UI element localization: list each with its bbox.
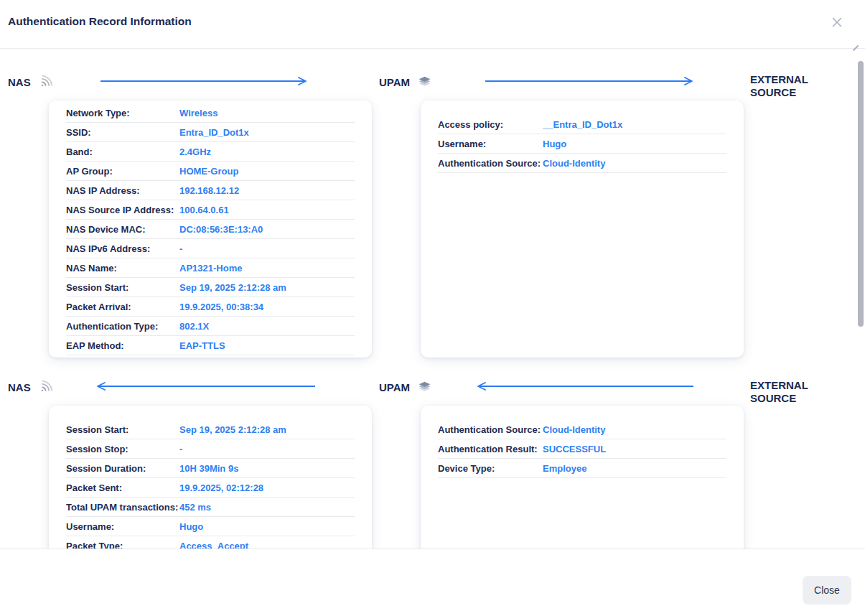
upam-label: UPAM xyxy=(379,76,410,88)
record-value: 802.1X xyxy=(179,321,209,332)
record-row: Authentication Source: Cloud-Identity xyxy=(438,154,726,173)
record-value: Cloud-Identity xyxy=(543,158,605,169)
record-label: Session Start: xyxy=(66,424,179,435)
record-label: Device Type: xyxy=(438,463,543,474)
record-value: Sep 19, 2025 2:12:28 am xyxy=(179,424,286,435)
record-label: NAS Device MAC: xyxy=(66,224,179,235)
upam-response-rows: Authentication Source: Cloud-Identity Au… xyxy=(438,420,726,478)
flow2-external-node: EXTERNAL SOURCE xyxy=(750,379,818,405)
record-label: SSID: xyxy=(66,127,179,138)
record-label: NAS IP Address: xyxy=(66,185,179,196)
record-row: Session Stop: - xyxy=(66,439,355,459)
record-label: EAP Method: xyxy=(66,340,179,351)
record-value: Entra_ID_Dot1x xyxy=(179,127,249,138)
record-label: Packet Arrival: xyxy=(66,302,179,312)
record-value: Access_Accept xyxy=(179,541,248,550)
layers-icon xyxy=(417,380,432,395)
vertical-scrollbar[interactable] xyxy=(858,61,864,327)
flow2-arrow-upam-to-nas xyxy=(96,382,315,391)
record-row: Total UPAM transactions: 452 ms xyxy=(66,498,355,517)
record-row: Band: 2.4GHz xyxy=(66,142,355,162)
external-label-line2: SOURCE xyxy=(750,392,818,405)
record-label: Packet Type: xyxy=(66,541,179,550)
flow2-upam-node: UPAM xyxy=(379,380,432,394)
record-label: Authentication Type: xyxy=(66,321,179,332)
external-label-line1: EXTERNAL xyxy=(750,73,818,86)
close-button[interactable]: Close xyxy=(803,576,851,605)
dialog-header: Authentication Record Information xyxy=(0,0,865,49)
record-label: AP Group: xyxy=(66,166,179,177)
record-label: NAS Name: xyxy=(66,263,179,274)
record-label: NAS Source IP Address: xyxy=(66,205,179,215)
record-row: NAS IP Address: 192.168.12.12 xyxy=(66,181,355,200)
flow1-upam-node: UPAM xyxy=(379,75,432,89)
record-row: EAP Method: EAP-TTLS xyxy=(66,336,355,355)
record-row: Device Type: Employee xyxy=(438,459,726,478)
nas-response-card: Session Start: Sep 19, 2025 2:12:28 am S… xyxy=(49,406,372,549)
record-row: Session Start: Sep 19, 2025 2:12:28 am xyxy=(66,420,355,439)
record-row: Username: Hugo xyxy=(438,134,726,154)
record-row: NAS Name: AP1321-Home xyxy=(66,258,355,278)
record-row: Access policy: __Entra_ID_Dot1x xyxy=(438,115,726,134)
record-label: Session Start: xyxy=(66,282,179,293)
nas-label: NAS xyxy=(8,381,31,393)
record-label: Session Duration: xyxy=(66,463,179,474)
record-label: Band: xyxy=(66,146,179,157)
record-value: - xyxy=(179,444,182,454)
record-value: HOME-Group xyxy=(179,166,238,177)
record-label: Authentication Result: xyxy=(438,444,543,454)
record-value: 19.9.2025, 02:12:28 xyxy=(179,482,263,493)
record-row: Authentication Source: Cloud-Identity xyxy=(438,420,726,439)
dialog-body: NAS UPAM xyxy=(0,49,865,549)
upam-request-rows: Access policy: __Entra_ID_Dot1x Username… xyxy=(438,115,726,173)
record-value: 100.64.0.61 xyxy=(179,205,229,215)
layers-icon xyxy=(417,75,432,90)
record-value: Hugo xyxy=(543,139,566,149)
nas-request-card: Network Type: Wireless SSID: Entra_ID_Do… xyxy=(49,101,372,358)
record-value: __Entra_ID_Dot1x xyxy=(543,119,622,130)
record-value: Cloud-Identity xyxy=(543,424,605,435)
upam-request-card: Access policy: __Entra_ID_Dot1x Username… xyxy=(421,101,744,358)
record-value: EAP-TTLS xyxy=(179,340,225,351)
record-row: NAS Source IP Address: 100.64.0.61 xyxy=(66,200,355,220)
record-label: NAS IPv6 Address: xyxy=(66,243,179,254)
record-row: NAS IPv6 Address: - xyxy=(66,239,355,258)
upam-label: UPAM xyxy=(379,381,410,393)
record-value: Wireless xyxy=(179,108,218,118)
record-value: 19.9.2025, 00:38:34 xyxy=(179,302,263,312)
upam-response-card: Authentication Source: Cloud-Identity Au… xyxy=(421,406,744,549)
record-row: Network Type: Wireless xyxy=(66,103,355,123)
record-row: Authentication Result: SUCCESSFUL xyxy=(438,439,726,459)
flow1-arrow-upam-to-external xyxy=(485,77,693,85)
record-label: Username: xyxy=(438,139,543,149)
record-value: Employee xyxy=(543,463,586,474)
nas-label: NAS xyxy=(8,76,31,88)
record-row: Packet Sent: 19.9.2025, 02:12:28 xyxy=(66,478,355,498)
record-label: Authentication Source: xyxy=(438,158,543,169)
record-row: Session Duration: 10H 39Min 9s xyxy=(66,459,355,478)
record-value: SUCCESSFUL xyxy=(543,444,606,454)
record-row: Packet Arrival: 19.9.2025, 00:38:34 xyxy=(66,297,355,317)
record-row: Packet Type: Access_Accept xyxy=(66,536,355,549)
external-label-line1: EXTERNAL xyxy=(750,379,818,392)
auth-record-dialog: Authentication Record Information NAS xyxy=(0,0,865,616)
record-row: NAS Device MAC: DC:08:56:3E:13:A0 xyxy=(66,220,355,239)
close-icon[interactable] xyxy=(831,17,843,28)
record-label: Session Stop: xyxy=(66,444,179,454)
record-value: DC:08:56:3E:13:A0 xyxy=(179,224,263,235)
record-row: Username: Hugo xyxy=(66,517,355,536)
flow2-nas-node: NAS xyxy=(8,380,54,394)
nas-request-rows: Network Type: Wireless SSID: Entra_ID_Do… xyxy=(66,103,355,355)
record-row: AP Group: HOME-Group xyxy=(66,162,355,181)
record-value: Hugo xyxy=(179,521,203,532)
record-value: AP1321-Home xyxy=(179,263,242,274)
record-label: Authentication Source: xyxy=(438,424,543,435)
wifi-icon xyxy=(38,379,54,395)
record-label: Packet Sent: xyxy=(66,482,179,493)
flow1-external-node: EXTERNAL SOURCE xyxy=(750,73,818,99)
external-label-line2: SOURCE xyxy=(750,86,818,99)
record-label: Total UPAM transactions: xyxy=(66,502,179,513)
record-row: Authentication Type: 802.1X xyxy=(66,317,355,336)
record-row: Session Start: Sep 19, 2025 2:12:28 am xyxy=(66,278,355,297)
nas-response-rows: Session Start: Sep 19, 2025 2:12:28 am S… xyxy=(66,420,355,549)
